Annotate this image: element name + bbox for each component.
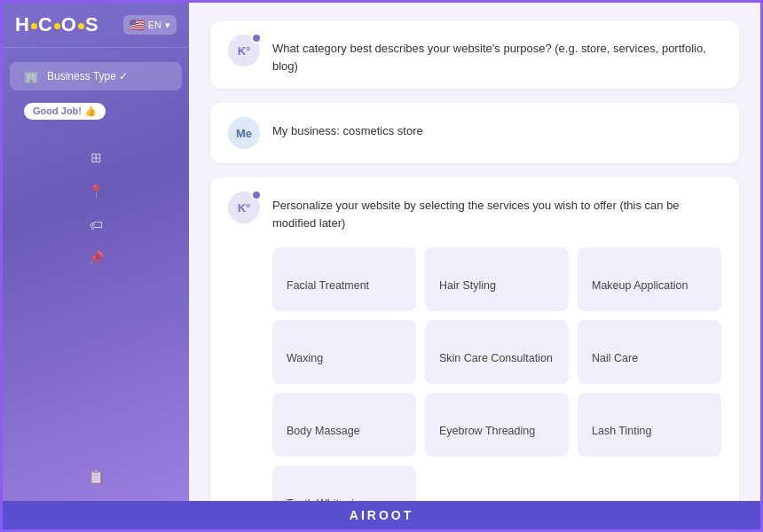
sidebar-nav: 🏢 Business Type ✓ Good Job! 👍 ⊞ 📍 🏷 📌 bbox=[3, 48, 189, 460]
sidebar-item-label: Business Type ✓ bbox=[47, 70, 128, 82]
service-card-label: Nail Care bbox=[592, 352, 638, 364]
service-card-label: Waxing bbox=[287, 352, 323, 364]
answer-1-bubble: Me My business: cosmetics store bbox=[210, 103, 739, 163]
avatar-badge-2 bbox=[251, 190, 262, 200]
location-icon[interactable]: 📍 bbox=[17, 184, 175, 200]
service-card-label: Lash Tinting bbox=[592, 425, 651, 437]
service-card-label: Facial Treatment bbox=[287, 279, 369, 292]
me-avatar: Me bbox=[228, 117, 260, 149]
sidebar-bottom: 📋 bbox=[3, 460, 189, 494]
service-card[interactable]: Lash Tinting bbox=[578, 393, 721, 457]
document-icon[interactable]: 📋 bbox=[17, 469, 175, 485]
bottom-bar: AIROOT bbox=[3, 501, 760, 529]
sidebar-header: HCOS 🇺🇸 EN ▾ bbox=[3, 3, 189, 48]
building-icon: 🏢 bbox=[24, 69, 38, 83]
bottom-bar-label: AIROOT bbox=[350, 508, 413, 522]
tag-icon[interactable]: 🏷 bbox=[17, 217, 175, 232]
main-content: K° What category best describes your web… bbox=[189, 3, 760, 501]
logo: HCOS bbox=[15, 13, 99, 36]
services-section: K° Personalize your website by selecting… bbox=[210, 177, 739, 501]
me-avatar-label: Me bbox=[236, 127, 252, 140]
lang-label: EN bbox=[148, 20, 161, 30]
question-1-bubble: K° What category best describes your web… bbox=[210, 20, 739, 89]
ko-avatar-1: K° bbox=[228, 35, 260, 66]
service-card[interactable]: Hair Styling bbox=[425, 247, 569, 311]
question-1-text: What category best describes your websit… bbox=[272, 35, 721, 74]
chevron-down-icon: ▾ bbox=[165, 20, 170, 31]
services-header: K° Personalize your website by selecting… bbox=[228, 192, 721, 231]
service-card[interactable]: Nail Care bbox=[578, 320, 721, 384]
service-card[interactable]: Skin Care Consultation bbox=[425, 320, 569, 384]
service-card[interactable]: Makeup Application bbox=[578, 247, 721, 311]
question-2-text: Personalize your website by selecting th… bbox=[272, 192, 721, 231]
sidebar-item-business-type[interactable]: 🏢 Business Type ✓ bbox=[10, 62, 182, 90]
service-card[interactable]: Facial Treatment bbox=[272, 247, 416, 311]
avatar-badge-1 bbox=[251, 33, 262, 43]
sidebar: HCOS 🇺🇸 EN ▾ 🏢 Business Type ✓ Good Job!… bbox=[3, 3, 189, 501]
service-card-label: Body Massage bbox=[287, 425, 360, 437]
services-grid: Facial TreatmentHair StylingMakeup Appli… bbox=[272, 247, 721, 501]
good-job-container: Good Job! 👍 bbox=[3, 96, 189, 127]
answer-1-text: My business: cosmetics store bbox=[272, 117, 423, 140]
service-card[interactable]: Eyebrow Threading bbox=[425, 393, 569, 457]
ko-avatar-2: K° bbox=[228, 192, 260, 223]
sidebar-icons-section: ⊞ 📍 🏷 📌 bbox=[3, 143, 189, 273]
ko-avatar-2-label: K° bbox=[238, 201, 251, 215]
pin-icon[interactable]: 📌 bbox=[17, 250, 175, 266]
good-job-badge: Good Job! 👍 bbox=[24, 103, 106, 120]
good-job-label: Good Job! 👍 bbox=[33, 106, 97, 117]
service-card-label: Makeup Application bbox=[592, 279, 688, 292]
service-card-label: Eyebrow Threading bbox=[439, 425, 535, 437]
language-selector[interactable]: 🇺🇸 EN ▾ bbox=[123, 15, 177, 35]
service-card[interactable]: Teeth Whitening bbox=[272, 466, 416, 501]
service-card[interactable]: Body Massage bbox=[272, 393, 416, 457]
ko-avatar-label: K° bbox=[238, 44, 251, 58]
flag-icon: 🇺🇸 bbox=[130, 18, 145, 32]
service-card[interactable]: Waxing bbox=[272, 320, 416, 384]
service-card-label: Hair Styling bbox=[439, 279, 496, 292]
grid-icon[interactable]: ⊞ bbox=[17, 150, 175, 166]
service-card-label: Skin Care Consultation bbox=[439, 352, 553, 364]
